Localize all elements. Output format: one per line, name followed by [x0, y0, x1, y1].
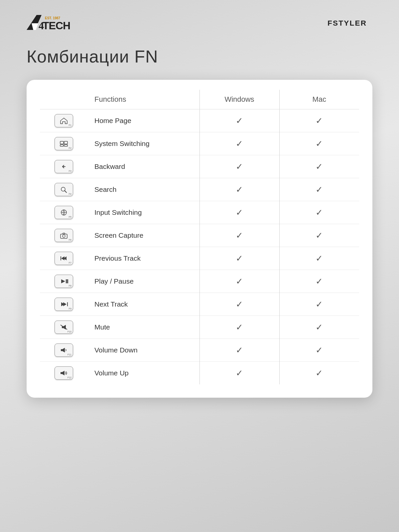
key-icon-cell: F8 [40, 270, 88, 293]
key-icon-f8: F8 [55, 275, 73, 288]
header: TECH EST. 1987 4 FSTYLER [0, 0, 399, 40]
mac-check: ✓ [279, 109, 359, 132]
mac-check: ✓ [279, 178, 359, 201]
function-name: Home Page [88, 109, 200, 132]
svg-marker-19 [61, 279, 65, 283]
key-icon-f10: F10 [55, 321, 73, 334]
svg-rect-6 [60, 141, 64, 144]
windows-check: ✓ [200, 293, 279, 316]
svg-rect-7 [64, 141, 67, 144]
svg-rect-28 [61, 372, 62, 374]
key-icon-cell: F11 [40, 339, 88, 362]
windows-check: ✓ [200, 339, 279, 362]
mac-check: ✓ [279, 155, 359, 178]
key-icon-cell: F7 [40, 247, 88, 270]
windows-check: ✓ [200, 201, 279, 224]
svg-text:FSTYLER: FSTYLER [328, 19, 367, 27]
table-row: F5 Input Switching ✓ ✓ [40, 201, 359, 224]
mac-check: ✓ [279, 132, 359, 155]
mac-check: ✓ [279, 362, 359, 385]
col-header-functions: Functions [88, 90, 200, 109]
key-icon-f1: F1 [55, 114, 73, 127]
svg-text:TECH: TECH [43, 20, 70, 32]
key-icon-cell: F4 [40, 178, 88, 201]
col-header-icon [40, 90, 88, 109]
a4tech-logo: TECH EST. 1987 4 [27, 13, 93, 33]
table-row: F12 Volume Up ✓ ✓ [40, 362, 359, 385]
table-row: F11 Volume Down ✓ ✓ [40, 339, 359, 362]
col-header-mac: Mac [279, 90, 359, 109]
windows-check: ✓ [200, 224, 279, 247]
table-row: F3 Backward ✓ ✓ [40, 155, 359, 178]
table-row: F6 Screen Capture ✓ ✓ [40, 224, 359, 247]
function-name: Screen Capture [88, 224, 200, 247]
key-icon-f12: F12 [55, 366, 73, 380]
page-title: Комбинации FN [0, 40, 399, 80]
col-header-windows: Windows [200, 90, 279, 109]
svg-line-11 [65, 191, 66, 193]
mac-check: ✓ [279, 247, 359, 270]
key-icon-cell: F9 [40, 293, 88, 316]
table-row: F9 Next Track ✓ ✓ [40, 293, 359, 316]
function-name: Volume Up [88, 362, 200, 385]
key-icon-f9: F9 [55, 298, 73, 311]
function-name: Play / Pause [88, 270, 200, 293]
table-row: F8 Play / Pause ✓ ✓ [40, 270, 359, 293]
key-icon-cell: F10 [40, 316, 88, 339]
svg-rect-27 [61, 349, 63, 351]
windows-check: ✓ [200, 247, 279, 270]
mac-check: ✓ [279, 224, 359, 247]
fn-table: Functions Windows Mac F1 Home Page ✓ ✓ F… [40, 90, 359, 384]
windows-check: ✓ [200, 155, 279, 178]
key-icon-f5: F5 [55, 206, 73, 219]
table-row: F1 Home Page ✓ ✓ [40, 109, 359, 132]
mac-check: ✓ [279, 270, 359, 293]
key-icon-f4: F4 [55, 183, 73, 196]
function-name: Input Switching [88, 201, 200, 224]
key-icon-f11: F11 [55, 343, 73, 357]
svg-rect-8 [60, 145, 64, 146]
key-icon-cell: F1 [40, 109, 88, 132]
key-icon-f3: F3 [55, 160, 73, 173]
windows-check: ✓ [200, 270, 279, 293]
key-icon-f7: F7 [55, 252, 73, 265]
svg-rect-20 [66, 279, 67, 283]
table-row: F4 Search ✓ ✓ [40, 178, 359, 201]
mac-check: ✓ [279, 316, 359, 339]
function-name: Search [88, 178, 200, 201]
key-icon-cell: F6 [40, 224, 88, 247]
svg-marker-23 [63, 302, 66, 306]
fn-table-card: Functions Windows Mac F1 Home Page ✓ ✓ F… [27, 80, 372, 398]
windows-check: ✓ [200, 178, 279, 201]
table-row: F10 Mute ✓ ✓ [40, 316, 359, 339]
windows-check: ✓ [200, 132, 279, 155]
windows-check: ✓ [200, 362, 279, 385]
function-name: System Switching [88, 132, 200, 155]
key-icon-cell: F2 [40, 132, 88, 155]
svg-line-26 [61, 325, 67, 330]
svg-rect-24 [67, 302, 68, 306]
svg-text:4: 4 [39, 20, 44, 32]
key-icon-cell: F3 [40, 155, 88, 178]
key-icon-f2: F2 [55, 137, 73, 150]
svg-rect-18 [61, 256, 61, 260]
fstyler-logo: FSTYLER [328, 18, 372, 29]
key-icon-cell: F5 [40, 201, 88, 224]
function-name: Mute [88, 316, 200, 339]
table-row: F2 System Switching ✓ ✓ [40, 132, 359, 155]
svg-point-15 [63, 235, 65, 237]
function-name: Volume Down [88, 339, 200, 362]
key-icon-f6: F6 [55, 229, 73, 242]
mac-check: ✓ [279, 339, 359, 362]
function-name: Previous Track [88, 247, 200, 270]
svg-rect-9 [64, 145, 67, 146]
svg-rect-21 [67, 279, 68, 283]
svg-text:EST. 1987: EST. 1987 [45, 16, 61, 20]
mac-check: ✓ [279, 293, 359, 316]
function-name: Backward [88, 155, 200, 178]
table-header-row: Functions Windows Mac [40, 90, 359, 109]
windows-check: ✓ [200, 316, 279, 339]
windows-check: ✓ [200, 109, 279, 132]
mac-check: ✓ [279, 201, 359, 224]
function-name: Next Track [88, 293, 200, 316]
